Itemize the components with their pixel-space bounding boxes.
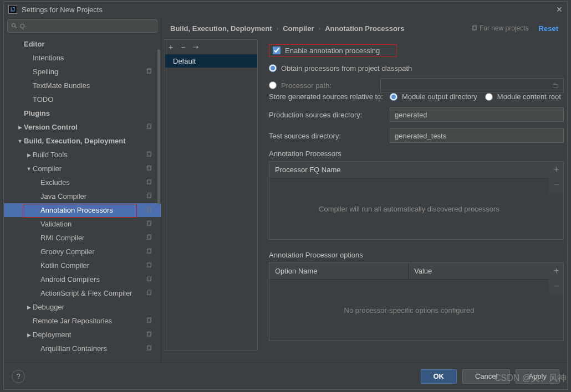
processor-path-input[interactable]: 🗀 xyxy=(380,78,564,92)
tree-item-rmi-compiler[interactable]: RMI Compiler xyxy=(4,231,161,245)
tree-label: Intentions xyxy=(33,54,64,62)
copy-icon xyxy=(146,234,153,241)
module-content-radio[interactable]: Module content root xyxy=(485,92,561,101)
copy-icon xyxy=(146,165,153,172)
ap-section-label: Annotation Processors xyxy=(269,149,564,158)
module-output-radio[interactable]: Module output directory xyxy=(390,92,477,101)
chevron-right-icon: ▶ xyxy=(26,305,32,310)
settings-tree: EditorIntentionsSpellingTextMate Bundles… xyxy=(4,35,161,363)
tree-item-compiler[interactable]: ▼Compiler xyxy=(4,162,161,176)
processor-path-radio[interactable]: Processor path: xyxy=(269,81,332,90)
copy-icon xyxy=(146,193,153,200)
tree-label: Groovy Compiler xyxy=(40,247,95,256)
tree-label: Spelling xyxy=(33,68,58,76)
profiles-panel: + − ⇢ Default xyxy=(165,39,258,350)
crumb-0[interactable]: Build, Execution, Deployment xyxy=(170,24,272,33)
prod-dir-input[interactable]: generated xyxy=(390,107,564,122)
tree-item-arquillian-containers[interactable]: Arquillian Containers xyxy=(4,342,161,355)
copy-icon xyxy=(146,276,153,283)
search-placeholder: Q- xyxy=(20,23,27,29)
test-dir-label: Test sources directory: xyxy=(269,132,390,140)
crumb-2: Annotation Processors xyxy=(325,24,404,33)
copy-icon xyxy=(146,331,153,338)
tree-label: Build, Execution, Deployment xyxy=(24,137,125,145)
tree-label: Kotlin Compiler xyxy=(40,261,89,270)
tree-item-plugins[interactable]: Plugins xyxy=(4,106,161,120)
remove-ap-icon[interactable]: − xyxy=(549,177,563,193)
chevron-right-icon: ▶ xyxy=(26,152,32,158)
add-profile-icon[interactable]: + xyxy=(169,43,173,51)
opt-col-value: Value xyxy=(409,267,437,275)
tree-item-kotlin-compiler[interactable]: Kotlin Compiler xyxy=(4,259,161,272)
tree-label: Deployment xyxy=(33,331,71,339)
tree-item-actionscript-flex-compiler[interactable]: ActionScript & Flex Compiler xyxy=(4,286,161,300)
tree-item-build-tools[interactable]: ▶Build Tools xyxy=(4,148,161,162)
crumb-1[interactable]: Compiler xyxy=(283,24,314,33)
opt-table: Option Name Value No processor-specific … xyxy=(269,262,564,341)
remove-profile-icon[interactable]: − xyxy=(181,43,185,51)
obtain-classpath-radio[interactable]: Obtain processors from project classpath xyxy=(269,64,412,73)
tree-item-remote-jar-repositories[interactable]: Remote Jar Repositories xyxy=(4,314,161,328)
tree-label: Build Tools xyxy=(33,151,68,159)
tree-label: RMI Compiler xyxy=(40,234,84,242)
tree-item-todo[interactable]: TODO xyxy=(4,92,161,106)
app-logo: IJ xyxy=(8,5,17,14)
test-dir-input[interactable]: generated_tests xyxy=(390,128,564,143)
tree-item-spelling[interactable]: Spelling xyxy=(4,65,161,79)
copy-icon xyxy=(146,262,153,269)
titlebar: IJ Settings for New Projects ✕ xyxy=(4,2,567,17)
tree-label: Plugins xyxy=(24,109,50,117)
copy-icon xyxy=(146,68,153,75)
tree-item-annotation-processors[interactable]: Annotation Processors xyxy=(4,203,161,217)
store-label: Store generated sources relative to: xyxy=(269,92,390,101)
enable-annotation-checkbox[interactable]: Enable annotation processing xyxy=(269,44,397,57)
tree-label: TODO xyxy=(33,95,53,104)
chevron-right-icon: › xyxy=(318,25,320,32)
ap-empty-text: Compiler will run all automatically disc… xyxy=(269,178,549,239)
reset-link[interactable]: Reset xyxy=(539,24,558,33)
copy-icon xyxy=(146,151,153,158)
tree-label: Debugger xyxy=(33,303,64,311)
copy-icon xyxy=(146,179,153,186)
tree-label: Annotation Processors xyxy=(40,206,113,214)
cancel-button[interactable]: Cancel xyxy=(462,369,510,384)
tree-label: Excludes xyxy=(40,178,70,187)
search-input[interactable]: Q- xyxy=(7,19,157,33)
tree-item-version-control[interactable]: ▶Version Control xyxy=(4,120,161,134)
folder-icon[interactable]: 🗀 xyxy=(552,81,559,90)
copy-icon xyxy=(146,317,153,324)
breadcrumb: Build, Execution, Deployment › Compiler … xyxy=(161,17,567,39)
opt-empty-text: No processor-specific options configured xyxy=(269,280,549,341)
add-opt-icon[interactable]: + xyxy=(549,263,563,278)
tree-item-groovy-compiler[interactable]: Groovy Compiler xyxy=(4,245,161,259)
tree-item-editor[interactable]: Editor xyxy=(4,37,161,51)
tree-label: ActionScript & Flex Compiler xyxy=(40,289,132,297)
copy-icon xyxy=(146,345,153,352)
tree-item-intentions[interactable]: Intentions xyxy=(4,51,161,65)
help-button[interactable]: ? xyxy=(12,370,25,383)
profile-default[interactable]: Default xyxy=(165,54,257,68)
tree-item-validation[interactable]: Validation xyxy=(4,217,161,231)
move-profile-icon[interactable]: ⇢ xyxy=(193,43,198,51)
opt-section-label: Annotation Processor options xyxy=(269,251,564,259)
remove-opt-icon[interactable]: − xyxy=(549,278,563,294)
ap-col-fqname: Processor FQ Name xyxy=(269,166,346,174)
tree-item-java-compiler[interactable]: Java Compiler xyxy=(4,189,161,203)
ok-button[interactable]: OK xyxy=(421,369,457,384)
chevron-right-icon: ▶ xyxy=(26,332,32,338)
sidebar: Q- EditorIntentionsSpellingTextMate Bund… xyxy=(4,17,161,363)
add-ap-icon[interactable]: + xyxy=(549,162,563,177)
tree-item-textmate-bundles[interactable]: TextMate Bundles xyxy=(4,79,161,92)
svg-line-1 xyxy=(15,27,17,28)
tree-item-deployment[interactable]: ▶Deployment xyxy=(4,328,161,342)
tree-item-debugger[interactable]: ▶Debugger xyxy=(4,300,161,314)
copy-icon xyxy=(146,207,153,214)
tree-label: Compiler xyxy=(33,164,62,173)
chevron-right-icon: › xyxy=(276,25,278,32)
tree-item-excludes[interactable]: Excludes xyxy=(4,176,161,189)
window-title: Settings for New Projects xyxy=(22,6,103,14)
apply-button[interactable]: Apply xyxy=(516,369,559,384)
tree-item-android-compilers[interactable]: Android Compilers xyxy=(4,272,161,286)
tree-item-build-execution-deployment[interactable]: ▼Build, Execution, Deployment xyxy=(4,134,161,148)
close-icon[interactable]: ✕ xyxy=(556,5,563,14)
